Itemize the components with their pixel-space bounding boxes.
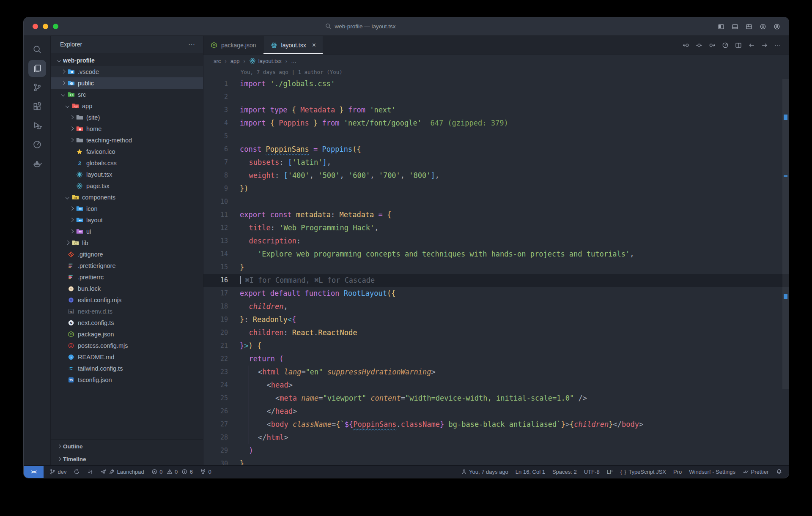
line-number[interactable]: 5 xyxy=(203,130,228,143)
tree-item-page.tsx[interactable]: page.tsx xyxy=(51,180,203,191)
code-line-19[interactable]: 19}: Readonly<{ xyxy=(203,313,789,326)
line-number[interactable]: 19 xyxy=(203,313,228,326)
line-number[interactable]: 14 xyxy=(203,248,228,261)
tree-item-(site)[interactable]: (site) xyxy=(51,112,203,123)
sidebar-section-outline[interactable]: Outline xyxy=(51,440,203,453)
tab-layout.tsx[interactable]: layout.tsx× xyxy=(263,36,323,54)
tree-item-web-profile[interactable]: web-profile xyxy=(51,55,203,66)
status-ln-16-col-1[interactable]: Ln 16, Col 1 xyxy=(516,469,545,475)
status-sync[interactable] xyxy=(74,469,80,475)
tree-item-layout[interactable]: layout xyxy=(51,214,203,226)
code-line-29[interactable]: 29 ) xyxy=(203,444,789,457)
code-line-25[interactable]: 25 <meta name="viewport" content="width=… xyxy=(203,392,789,405)
status-typescript-jsx[interactable]: { }TypeScript JSX xyxy=(620,469,666,475)
status-compare[interactable] xyxy=(87,469,93,475)
line-number[interactable]: 28 xyxy=(203,431,228,444)
status-0[interactable]: 0 xyxy=(200,469,211,475)
activity-extensions-icon[interactable] xyxy=(28,98,46,115)
code-line-15[interactable]: 15} xyxy=(203,261,789,274)
breadcrumb-item-layout.tsx[interactable]: layout.tsx xyxy=(249,57,282,64)
line-number[interactable]: 7 xyxy=(203,156,228,169)
code-editor[interactable]: 1import './globals.css'23import type { M… xyxy=(203,77,789,465)
code-line-23[interactable]: 23 <html lang="en" suppressHydrationWarn… xyxy=(203,366,789,379)
code-line-17[interactable]: 17export default function RootLayout({ xyxy=(203,287,789,300)
code-line-20[interactable]: 20 children: React.ReactNode xyxy=(203,326,789,339)
code-line-7[interactable]: 7 subsets: ['latin'], xyxy=(203,156,789,169)
more-icon[interactable] xyxy=(774,42,781,49)
tree-item-layout.tsx[interactable]: layout.tsx xyxy=(51,169,203,180)
tree-item-package.json[interactable]: JSpackage.json xyxy=(51,328,203,340)
line-number[interactable]: 10 xyxy=(203,195,228,208)
code-line-10[interactable]: 10 xyxy=(203,195,789,208)
layout-customize-icon[interactable] xyxy=(746,23,752,30)
tree-item-lib[interactable]: lib xyxy=(51,237,203,248)
line-number[interactable]: 30 xyxy=(203,457,228,465)
line-number[interactable]: 12 xyxy=(203,221,228,235)
tree-item-postcss.config.mjs[interactable]: postcss.config.mjs xyxy=(51,340,203,351)
line-number[interactable]: 24 xyxy=(203,379,228,392)
status-6[interactable]: 6 xyxy=(181,469,193,475)
code-line-26[interactable]: 26 </head> xyxy=(203,405,789,418)
code-line-13[interactable]: 13 description: xyxy=(203,235,789,248)
remote-indicator[interactable]: >< xyxy=(24,466,44,478)
zoom-window-button[interactable] xyxy=(53,24,58,29)
status-0[interactable]: 0 xyxy=(151,469,163,475)
split-icon[interactable] xyxy=(735,42,742,49)
code-line-21[interactable]: 21}>) { xyxy=(203,339,789,352)
tree-item-src[interactable]: src xyxy=(51,89,203,100)
line-number[interactable]: 26 xyxy=(203,405,228,418)
line-number[interactable]: 25 xyxy=(203,392,228,405)
arrow-left-icon[interactable] xyxy=(748,42,755,49)
status-launchpad[interactable]: Launchpad xyxy=(100,469,144,475)
line-number[interactable]: 15 xyxy=(203,261,228,274)
line-number[interactable]: 20 xyxy=(203,326,228,339)
tree-item-.gitignore[interactable]: .gitignore xyxy=(51,248,203,260)
line-number[interactable]: 17 xyxy=(203,287,228,300)
tree-item-components[interactable]: components xyxy=(51,191,203,203)
go-circle-icon[interactable] xyxy=(696,42,702,49)
status-dev[interactable]: dev xyxy=(49,469,66,475)
account-icon[interactable] xyxy=(774,23,780,30)
tree-item-README.md[interactable]: iREADME.md xyxy=(51,351,203,363)
tree-item-next.config.ts[interactable]: Nnext.config.ts xyxy=(51,317,203,328)
code-line-28[interactable]: 28 </html> xyxy=(203,431,789,444)
go-left-icon[interactable] xyxy=(683,42,689,49)
code-line-4[interactable]: 4import { Poppins } from 'next/font/goog… xyxy=(203,117,789,130)
tree-item-ui[interactable]: ui xyxy=(51,226,203,237)
minimize-window-button[interactable] xyxy=(43,24,48,29)
tree-item-.prettierrc[interactable]: .prettierrc xyxy=(51,271,203,283)
code-line-3[interactable]: 3import type { Metadata } from 'next' xyxy=(203,104,789,117)
activity-docker-icon[interactable] xyxy=(28,155,46,172)
tree-item-favicon.ico[interactable]: favicon.ico xyxy=(51,146,203,157)
code-line-5[interactable]: 5 xyxy=(203,130,789,143)
status-spaces-2[interactable]: Spaces: 2 xyxy=(552,469,577,475)
code-line-6[interactable]: 6const PoppinSans = Poppins({ xyxy=(203,143,789,156)
code-line-24[interactable]: 24 <head> xyxy=(203,379,789,392)
activity-files-icon[interactable] xyxy=(28,60,46,77)
record-icon[interactable] xyxy=(760,23,766,30)
problems-indicator[interactable]: 006 xyxy=(151,469,193,475)
arrow-right-icon[interactable] xyxy=(761,42,768,49)
sidebar-section-timeline[interactable]: Timeline xyxy=(51,453,203,465)
overview-ruler[interactable] xyxy=(782,77,789,465)
panel-left-toggle-icon[interactable] xyxy=(718,23,724,30)
scrollbar-thumb[interactable] xyxy=(782,79,789,389)
line-number[interactable]: 16 xyxy=(203,274,228,287)
status-you-7-days-ago[interactable]: You, 7 days ago xyxy=(461,469,508,475)
line-number[interactable]: 4 xyxy=(203,117,228,130)
gitlens-annotation[interactable]: You, 7 days ago | 1 author (You) xyxy=(203,67,789,77)
tree-item-teaching-method[interactable]: teaching-method xyxy=(51,134,203,146)
tree-item-globals.css[interactable]: 3globals.css xyxy=(51,157,203,169)
status-windsurf-settings[interactable]: Windsurf - Settings xyxy=(689,469,735,475)
tab-package.json[interactable]: JSpackage.json xyxy=(203,36,263,54)
status-pro[interactable]: Pro xyxy=(673,469,682,475)
code-line-2[interactable]: 2 xyxy=(203,90,789,104)
panel-bottom-toggle-icon[interactable] xyxy=(732,23,738,30)
status-lf[interactable]: LF xyxy=(607,469,613,475)
tree-item-tailwind.config.ts[interactable]: tailwind.config.ts xyxy=(51,363,203,374)
line-number[interactable]: 11 xyxy=(203,208,228,221)
more-actions-icon[interactable]: ⋯ xyxy=(188,41,195,49)
code-line-9[interactable]: 9}) xyxy=(203,182,789,195)
status-bell[interactable] xyxy=(776,469,782,475)
status-0[interactable]: 0 xyxy=(167,469,178,475)
